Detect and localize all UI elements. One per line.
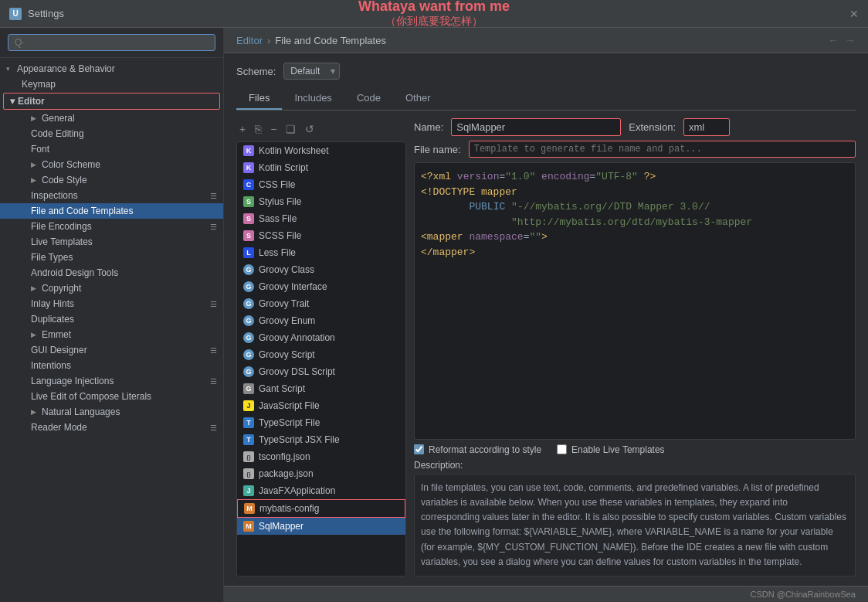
sidebar-item-file-encodings[interactable]: File Encodings ☰ [0, 219, 223, 234]
options-row: Reformat according to style Enable Live … [414, 440, 856, 460]
reformat-checkbox[interactable] [414, 444, 424, 454]
file-item-typescript[interactable]: T TypeScript File [237, 414, 405, 431]
sidebar-item-language-injections[interactable]: Language Injections ☰ [0, 373, 223, 389]
sidebar-item-general[interactable]: ▶ General [0, 111, 223, 126]
breadcrumb: Editor › File and Code Templates ← → [224, 28, 868, 53]
groovy-icon: G [243, 281, 254, 292]
sidebar-item-inlay-hints[interactable]: Inlay Hints ☰ [0, 296, 223, 311]
add-template-button[interactable]: + [236, 121, 249, 137]
description-text: In file templates, you can use text, cod… [421, 482, 846, 567]
scheme-select[interactable]: Default Project [283, 63, 340, 80]
file-item-javafx[interactable]: J JavaFXApplication [237, 482, 405, 499]
file-item-kotlin-script[interactable]: K Kotlin Script [237, 159, 405, 176]
extension-input[interactable] [683, 118, 730, 136]
filename-input[interactable] [469, 141, 856, 158]
file-item-css[interactable]: C CSS File [237, 176, 405, 193]
reformat-checkbox-label[interactable]: Reformat according to style [414, 444, 541, 455]
tab-code[interactable]: Code [344, 87, 393, 110]
sidebar-item-font[interactable]: Font [0, 141, 223, 157]
name-input[interactable] [451, 118, 621, 136]
enable-live-checkbox-label[interactable]: Enable Live Templates [557, 444, 665, 455]
file-item-stylus[interactable]: S Stylus File [237, 193, 405, 210]
file-item-sqlmapper[interactable]: M SqlMapper [237, 518, 405, 535]
file-toolbar: + ⎘ − ❏ ↺ [236, 118, 406, 141]
sidebar-item-duplicates[interactable]: Duplicates [0, 311, 223, 327]
file-item-groovy-interface[interactable]: G Groovy Interface [237, 278, 405, 295]
copy-template-button[interactable]: ⎘ [252, 121, 264, 137]
content-area: Editor › File and Code Templates ← → Sch… [224, 28, 868, 602]
file-item-groovy-dsl[interactable]: G Groovy DSL Script [237, 363, 405, 380]
code-editor[interactable]: <?xml version="1.0" encoding="UTF-8" ?> … [414, 162, 856, 440]
sidebar-item-android-design[interactable]: Android Design Tools [0, 265, 223, 281]
sidebar-item-natural-languages[interactable]: ▶ Natural Languages [0, 404, 223, 420]
sidebar-item-file-code-templates[interactable]: File and Code Templates [0, 203, 223, 219]
watermark-line2: （你到底要我怎样） [358, 15, 510, 29]
groovy-icon: G [243, 366, 254, 377]
less-icon: L [243, 247, 254, 258]
code-line: <mapper namespace=""> [421, 230, 849, 245]
file-item-groovy-enum[interactable]: G Groovy Enum [237, 312, 405, 329]
content-inner: Scheme: Default Project Files Includes C… [224, 53, 868, 586]
reformat-label: Reformat according to style [429, 444, 541, 455]
sidebar-item-inspections[interactable]: Inspections ☰ [0, 188, 223, 203]
sidebar-item-keymap[interactable]: Keymap [0, 77, 223, 92]
expand-arrow: ▾ [10, 96, 15, 107]
reset-template-button[interactable]: ↺ [302, 121, 317, 137]
code-line: PUBLIC "-//mybatis.org//DTD Mapper 3.0// [421, 199, 849, 215]
nav-back-arrow[interactable]: ← [828, 34, 839, 46]
file-item-scss[interactable]: S SCSS File [237, 227, 405, 244]
badge-icon: ☰ [210, 223, 217, 231]
sidebar-item-live-templates[interactable]: Live Templates [0, 234, 223, 250]
file-item-mybatis-config[interactable]: M mybatis-config [237, 499, 405, 518]
nav-forward-arrow[interactable]: → [845, 34, 856, 46]
main-layout: ▾ Appearance & Behavior Keymap ▾ Editor … [0, 28, 868, 602]
editor-layout: + ⎘ − ❏ ↺ K Kotlin Worksheet K Kotl [236, 118, 856, 576]
description-label: Description: [414, 460, 856, 471]
remove-template-button[interactable]: − [267, 121, 280, 137]
duplicate-template-button[interactable]: ❏ [283, 121, 299, 137]
enable-live-label: Enable Live Templates [571, 444, 665, 455]
sidebar-item-code-style[interactable]: ▶ Code Style [0, 172, 223, 188]
sidebar-item-reader-mode[interactable]: Reader Mode ☰ [0, 420, 223, 435]
file-item-groovy-script[interactable]: G Groovy Script [237, 346, 405, 363]
file-item-groovy-trait[interactable]: G Groovy Trait [237, 295, 405, 312]
filename-row: File name: [414, 141, 856, 158]
sidebar-item-live-edit[interactable]: Live Edit of Compose Literals [0, 389, 223, 404]
sidebar-item-code-editing[interactable]: Code Editing [0, 126, 223, 141]
gant-icon: G [243, 383, 254, 394]
sidebar-item-editor[interactable]: ▾ Editor [3, 93, 220, 110]
js-icon: J [243, 400, 254, 411]
file-item-gant[interactable]: G Gant Script [237, 380, 405, 397]
file-item-kotlin-worksheet[interactable]: K Kotlin Worksheet [237, 142, 405, 159]
sidebar: ▾ Appearance & Behavior Keymap ▾ Editor … [0, 28, 224, 602]
sidebar-item-appearance[interactable]: ▾ Appearance & Behavior [0, 61, 223, 77]
sidebar-item-intentions[interactable]: Intentions [0, 358, 223, 373]
file-item-package-json[interactable]: {} package.json [237, 465, 405, 482]
tab-includes[interactable]: Includes [282, 87, 344, 110]
tab-files[interactable]: Files [236, 87, 282, 110]
enable-live-checkbox[interactable] [557, 444, 567, 454]
mybatis-icon: M [243, 521, 254, 532]
file-item-sass[interactable]: S Sass File [237, 210, 405, 227]
app-icon: U [9, 8, 22, 20]
file-item-less[interactable]: L Less File [237, 244, 405, 261]
groovy-icon: G [243, 332, 254, 343]
watermark: Whataya want from me （你到底要我怎样） [358, 0, 510, 29]
groovy-icon: G [243, 349, 254, 360]
sidebar-item-copyright[interactable]: ▶ Copyright [0, 281, 223, 296]
sidebar-item-gui-designer[interactable]: GUI Designer ☰ [0, 342, 223, 358]
mybatis-icon: M [244, 503, 255, 514]
breadcrumb-parent[interactable]: Editor [236, 35, 263, 46]
sidebar-item-file-types[interactable]: File Types [0, 250, 223, 265]
tab-other[interactable]: Other [393, 87, 443, 110]
file-item-groovy-class[interactable]: G Groovy Class [237, 261, 405, 278]
sidebar-item-emmet[interactable]: ▶ Emmet [0, 327, 223, 342]
breadcrumb-current: File and Code Templates [275, 35, 386, 46]
close-button[interactable]: ✕ [849, 8, 859, 20]
sidebar-item-color-scheme[interactable]: ▶ Color Scheme [0, 157, 223, 172]
file-item-typescript-jsx[interactable]: T TypeScript JSX File [237, 431, 405, 448]
file-item-javascript[interactable]: J JavaScript File [237, 397, 405, 414]
file-item-groovy-annotation[interactable]: G Groovy Annotation [237, 329, 405, 346]
file-item-tsconfig[interactable]: {} tsconfig.json [237, 448, 405, 465]
search-input[interactable] [8, 34, 215, 51]
